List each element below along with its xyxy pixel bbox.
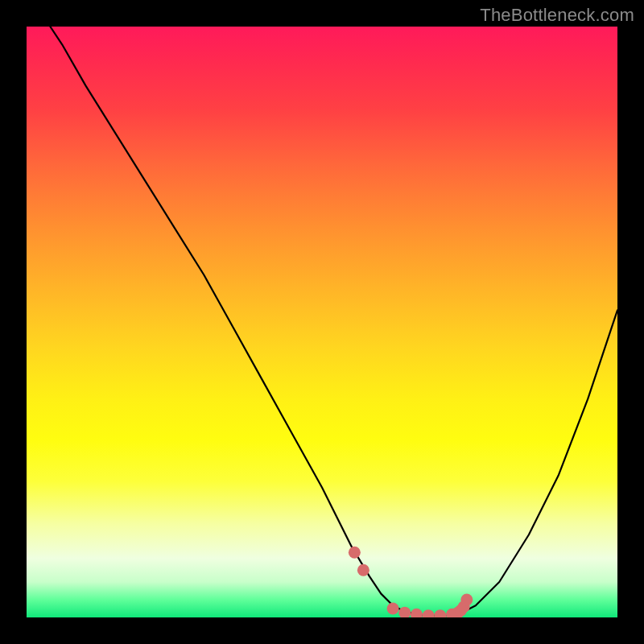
bottleneck-curve bbox=[50, 27, 617, 616]
highlight-marker bbox=[423, 609, 435, 617]
highlight-marker bbox=[349, 547, 361, 559]
highlight-marker bbox=[357, 564, 369, 576]
watermark-text: TheBottleneck.com bbox=[480, 5, 634, 26]
chart-svg bbox=[27, 27, 617, 617]
highlighted-points bbox=[349, 547, 473, 617]
highlight-marker bbox=[460, 593, 473, 605]
highlight-marker bbox=[411, 609, 423, 617]
highlight-marker bbox=[434, 609, 446, 617]
plot-area bbox=[27, 27, 617, 617]
highlight-marker bbox=[398, 607, 411, 617]
highlight-marker bbox=[387, 602, 399, 614]
outer-black-frame: TheBottleneck.com bbox=[0, 0, 644, 644]
